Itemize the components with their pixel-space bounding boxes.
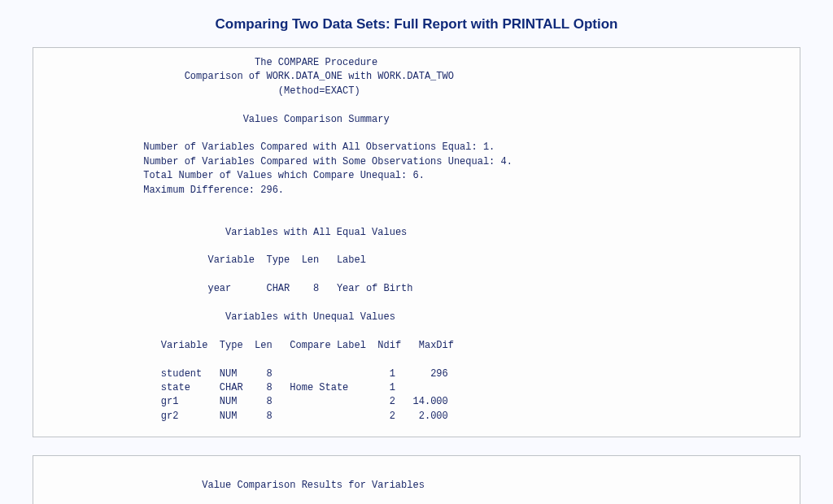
pad xyxy=(50,254,207,266)
u4-var: gr2 xyxy=(161,411,179,422)
pad xyxy=(331,340,337,351)
unequal-title: Variables with Unequal Values xyxy=(225,311,395,323)
eq-r-label: Year of Birth xyxy=(337,283,413,294)
pad xyxy=(401,340,419,351)
pad xyxy=(50,71,185,82)
eq-h-type: Type xyxy=(266,254,290,266)
eq-h-label: Label xyxy=(337,254,366,266)
pad xyxy=(273,382,290,393)
u4-type: NUM xyxy=(220,411,238,422)
pad xyxy=(273,340,290,351)
summary-2: Number of Variables Compared with Some O… xyxy=(143,156,512,167)
pad xyxy=(178,411,219,422)
pad xyxy=(237,396,266,407)
summary-4: Maximum Difference: 296. xyxy=(143,185,284,196)
pad xyxy=(50,227,225,238)
uq-h-var: Variable xyxy=(161,340,208,351)
pad xyxy=(50,185,143,196)
pad xyxy=(50,114,243,125)
summary-title: Values Comparison Summary xyxy=(243,114,390,125)
pad xyxy=(395,411,419,422)
u4-ndif: 2 xyxy=(390,411,395,422)
eq-h-len: Len xyxy=(302,254,320,266)
pad xyxy=(366,340,377,351)
pad xyxy=(190,382,220,393)
pad xyxy=(178,396,219,407)
u3-ndif: 2 xyxy=(390,396,395,407)
report-pre-1: The COMPARE Procedure Comparison of WORK… xyxy=(50,56,783,424)
pad xyxy=(50,141,143,153)
pad xyxy=(50,382,161,393)
u1-var: student xyxy=(161,368,202,380)
pad xyxy=(231,283,266,294)
uq-h-len: Len xyxy=(255,340,273,351)
eq-r-var: year xyxy=(207,283,231,294)
eq-r-type: CHAR xyxy=(266,283,290,294)
pad xyxy=(202,368,220,380)
pad xyxy=(273,411,390,422)
comparison-line: Comparison of WORK.DATA_ONE with WORK.DA… xyxy=(185,71,454,82)
pad xyxy=(290,254,301,266)
u3-var: gr1 xyxy=(161,396,179,407)
pad xyxy=(395,368,430,380)
u1-len: 8 xyxy=(266,368,272,380)
u2-ndif: 1 xyxy=(390,382,395,393)
method-line: (Method=EXACT) xyxy=(278,85,360,97)
uq-h-type: Type xyxy=(220,340,243,351)
pad xyxy=(290,283,313,294)
pad xyxy=(50,156,143,167)
pad xyxy=(50,311,225,323)
uq-h-max: MaxDif xyxy=(419,340,454,351)
pad xyxy=(50,57,255,68)
u2-len: 8 xyxy=(266,382,272,393)
summary-3: Total Number of Values which Compare Une… xyxy=(143,170,425,181)
report-box-1: The COMPARE Procedure Comparison of WORK… xyxy=(33,47,800,437)
pad xyxy=(50,368,161,380)
pad xyxy=(50,480,202,491)
pad xyxy=(319,254,337,266)
uq-h-ndif: Ndif xyxy=(377,340,401,351)
eq-h-var: Variable xyxy=(207,254,255,266)
u4-len: 8 xyxy=(266,411,272,422)
page-title: Comparing Two Data Sets: Full Report wit… xyxy=(0,16,833,33)
pad xyxy=(50,170,143,181)
pad xyxy=(50,340,161,351)
u1-type: NUM xyxy=(220,368,238,380)
pad xyxy=(50,411,161,422)
pad xyxy=(395,396,413,407)
uq-h-cmp: Compare xyxy=(290,340,330,351)
pad xyxy=(243,382,267,393)
pad xyxy=(237,411,266,422)
u2-lbl: Home State xyxy=(290,382,348,393)
pad xyxy=(207,340,219,351)
pad xyxy=(237,368,266,380)
u1-max: 296 xyxy=(430,368,448,380)
pad xyxy=(50,396,161,407)
u3-len: 8 xyxy=(266,396,272,407)
equal-title: Variables with All Equal Values xyxy=(225,227,407,238)
u2-var: state xyxy=(161,382,190,393)
pad xyxy=(255,254,266,266)
u1-ndif: 1 xyxy=(390,368,395,380)
uq-h-lbl: Label xyxy=(337,340,366,351)
proc-title: The COMPARE Procedure xyxy=(255,57,377,68)
pad xyxy=(50,283,207,294)
pad xyxy=(243,340,255,351)
pad xyxy=(319,283,337,294)
pad xyxy=(273,396,390,407)
report-box-2: Value Comparison Results for Variables _… xyxy=(33,455,800,504)
u3-type: NUM xyxy=(220,396,238,407)
results-title: Value Comparison Results for Variables xyxy=(202,480,425,491)
u2-type: CHAR xyxy=(220,382,243,393)
u4-max: 2.000 xyxy=(419,411,448,422)
pad xyxy=(50,85,278,97)
pad xyxy=(348,382,389,393)
report-pre-2: Value Comparison Results for Variables _… xyxy=(50,464,783,504)
pad xyxy=(273,368,390,380)
summary-1: Number of Variables Compared with All Ob… xyxy=(143,141,495,153)
u3-max: 14.000 xyxy=(413,396,448,407)
